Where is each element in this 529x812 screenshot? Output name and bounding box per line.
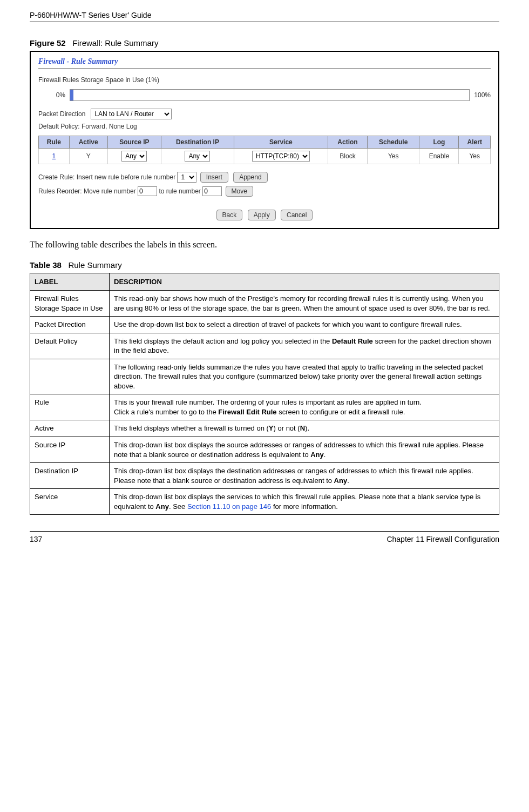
th-service: Service — [234, 136, 328, 149]
rules-table: Rule Active Source IP Destination IP Ser… — [38, 136, 491, 164]
apply-button[interactable]: Apply — [248, 210, 276, 220]
packet-direction-select[interactable]: LAN to LAN / Router — [91, 109, 172, 119]
default-policy-label: Default Policy: Forward, None Log — [38, 123, 491, 130]
reorder-label-a: Rules Reorder: Move rule number — [38, 187, 136, 195]
row-label: Source IP — [30, 437, 110, 463]
reorder-from-input[interactable] — [138, 186, 157, 196]
header-guide-title: P-660H/HW/W-T Series User' Guide — [30, 11, 499, 22]
figure-caption: Figure 52 Firewall: Rule Summary — [30, 38, 499, 48]
row-label — [30, 359, 110, 394]
row-desc: This field displays whether a firewall i… — [110, 420, 499, 437]
th-label: LABEL — [30, 273, 110, 291]
rule-link[interactable]: 1 — [52, 152, 56, 160]
table-row: Source IP This drop-down list box displa… — [30, 437, 499, 463]
row-label: Rule — [30, 394, 110, 420]
row-desc: This drop-down list box displays the sou… — [110, 437, 499, 463]
move-button[interactable]: Move — [226, 186, 253, 197]
figure-title: Firewall: Rule Summary — [72, 38, 158, 48]
table-caption: Table 38 Rule Summary — [30, 260, 499, 270]
row-label: Service — [30, 489, 110, 515]
row-desc: This drop-down list box displays the ser… — [110, 489, 499, 515]
th-log: Log — [419, 136, 459, 149]
storage-bar — [70, 89, 470, 101]
row-desc: This field displays the default action a… — [110, 333, 499, 359]
row-desc: This read-only bar shows how much of the… — [110, 291, 499, 317]
divider — [38, 68, 491, 69]
chapter-title: Chapter 11 Firewall Configuration — [386, 535, 499, 543]
table-row: The following read-only fields summarize… — [30, 359, 499, 394]
row-label: Packet Direction — [30, 317, 110, 333]
table-row: Firewall Rules Storage Space in Use This… — [30, 291, 499, 317]
screenshot-frame: Firewall - Rule Summary Firewall Rules S… — [30, 51, 499, 229]
table-row: Rule This is your firewall rule number. … — [30, 394, 499, 420]
cancel-button[interactable]: Cancel — [281, 210, 313, 220]
reorder-label-b: to rule number — [159, 187, 200, 195]
th-source: Source IP — [107, 136, 161, 149]
row-desc: Use the drop-down list box to select a d… — [110, 317, 499, 333]
row-desc: This is your firewall rule number. The o… — [110, 394, 499, 420]
th-dest: Destination IP — [161, 136, 234, 149]
row-label: Destination IP — [30, 463, 110, 489]
section-link[interactable]: Section 11.10 on page 146 — [187, 502, 271, 511]
reorder-to-input[interactable] — [202, 186, 222, 196]
figure-label: Figure 52 — [30, 38, 66, 48]
th-action: Action — [328, 136, 368, 149]
cell-active: Y — [69, 149, 107, 164]
table-row: Packet Direction Use the drop-down list … — [30, 317, 499, 333]
th-rule: Rule — [39, 136, 70, 149]
cell-schedule: Yes — [368, 149, 419, 164]
source-ip-select[interactable]: Any — [121, 151, 147, 162]
create-rule-label: Create Rule: Insert new rule before rule… — [38, 173, 175, 181]
pct-right: 100% — [474, 91, 491, 99]
table-row: 1 Y Any Any HTTP(TCP:80) Block Yes Enabl… — [39, 149, 491, 164]
insert-button[interactable]: Insert — [200, 172, 228, 183]
row-label: Active — [30, 420, 110, 437]
create-rule-number-select[interactable]: 1 — [177, 172, 196, 183]
service-select[interactable]: HTTP(TCP:80) — [252, 151, 310, 162]
cell-action: Block — [328, 149, 368, 164]
th-description: DESCRIPTION — [110, 273, 499, 291]
append-button[interactable]: Append — [233, 172, 267, 183]
row-label: Firewall Rules Storage Space in Use — [30, 291, 110, 317]
body-text: The following table describes the labels… — [30, 240, 499, 250]
table-label: Table 38 — [30, 260, 62, 270]
pct-left: 0% — [38, 91, 70, 99]
th-active: Active — [69, 136, 107, 149]
th-schedule: Schedule — [368, 136, 419, 149]
row-label: Default Policy — [30, 333, 110, 359]
table-row: Active This field displays whether a fir… — [30, 420, 499, 437]
storage-fill — [70, 90, 73, 100]
th-alert: Alert — [459, 136, 491, 149]
dest-ip-select[interactable]: Any — [185, 151, 210, 162]
table-row: Default Policy This field displays the d… — [30, 333, 499, 359]
back-button[interactable]: Back — [216, 210, 243, 220]
table-row: Destination IP This drop-down list box d… — [30, 463, 499, 489]
packet-direction-label: Packet Direction — [38, 110, 85, 118]
table-row: Service This drop-down list box displays… — [30, 489, 499, 515]
table-title: Rule Summary — [68, 260, 121, 270]
page-number: 137 — [30, 535, 42, 543]
storage-label: Firewall Rules Storage Space in Use (1%) — [38, 76, 491, 84]
cell-alert: Yes — [459, 149, 491, 164]
desc-table: LABEL DESCRIPTION Firewall Rules Storage… — [30, 273, 499, 515]
cell-log: Enable — [419, 149, 459, 164]
row-desc: This drop-down list box displays the des… — [110, 463, 499, 489]
row-desc: The following read-only fields summarize… — [110, 359, 499, 394]
screenshot-title: Firewall - Rule Summary — [38, 57, 491, 66]
